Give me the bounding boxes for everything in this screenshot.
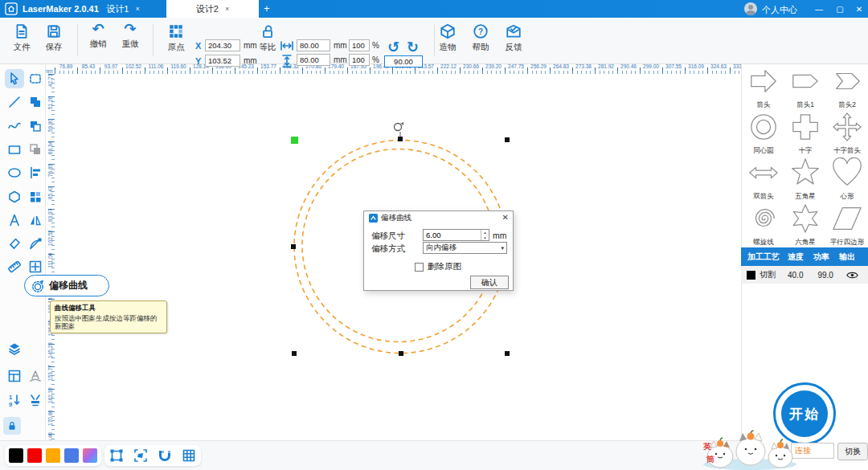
selection-handle-top-center[interactable] (398, 137, 403, 141)
selection-handle-bottom-center[interactable] (399, 351, 403, 356)
tool-curve[interactable] (5, 116, 24, 136)
tab-close-icon[interactable]: × (225, 5, 229, 13)
delete-original-checkbox[interactable] (415, 263, 424, 272)
tool-subtract[interactable] (26, 116, 45, 136)
tool-weld[interactable] (26, 390, 45, 410)
tool-polygon[interactable] (5, 187, 24, 206)
tool-align[interactable] (26, 163, 45, 182)
redo-button[interactable]: ↷ 重做 (113, 22, 148, 50)
process-color-swatch[interactable] (747, 271, 755, 280)
rotation-handle[interactable] (395, 123, 403, 131)
tab-close-icon[interactable]: × (135, 5, 139, 13)
shape-spiral[interactable]: 螺旋线 (743, 203, 784, 247)
tool-rectangle[interactable] (5, 140, 24, 159)
shape-cross[interactable]: 十字 (785, 112, 825, 156)
rotate-angle-input[interactable] (384, 55, 423, 67)
swatch-orange[interactable] (46, 448, 60, 463)
create-button[interactable]: 造物 (430, 23, 465, 53)
home-icon[interactable] (5, 2, 18, 18)
file-button[interactable]: 文件 (4, 23, 39, 53)
shape-arrow1[interactable]: 箭头1 (785, 66, 825, 110)
switch-device-button[interactable]: 切换 (837, 443, 868, 460)
selection-handle-mid-left[interactable] (291, 244, 296, 249)
shape-parallelogram[interactable]: 平行四边形 (827, 203, 867, 247)
tool-intersect[interactable] (26, 140, 45, 159)
tool-sort-order[interactable]: 19 (5, 390, 24, 410)
shape-cross-arrow[interactable]: 十字箭头 (827, 112, 867, 156)
height-input[interactable] (297, 54, 330, 66)
tool-ellipse[interactable] (5, 163, 24, 182)
help-button[interactable]: ? 帮助 (463, 23, 498, 53)
shape-star5[interactable]: 五角星 (785, 157, 825, 202)
rotate-cw-icon[interactable]: ↻ (407, 40, 419, 55)
offset-mode-select[interactable]: 向内偏移 ▾ (423, 242, 507, 254)
tool-union[interactable] (26, 92, 45, 112)
selection-handle-top-left[interactable] (291, 137, 298, 144)
origin-button[interactable]: 原点 (158, 23, 194, 53)
selection-handle-top-right[interactable] (505, 137, 510, 142)
y-input[interactable] (205, 55, 240, 67)
fit-selection-icon[interactable] (133, 448, 148, 463)
offset-curve-tool-flyout[interactable]: 偏移曲线 (24, 275, 109, 296)
undo-button[interactable]: ↶ 撤销 (80, 22, 116, 50)
close-button[interactable]: ✕ (850, 0, 868, 18)
offset-size-spinner[interactable]: ▴ ▾ (423, 229, 489, 241)
tool-eraser[interactable] (5, 234, 24, 253)
swatch-blue[interactable] (64, 448, 79, 463)
grid-icon[interactable] (182, 448, 196, 463)
swatch-gradient[interactable] (83, 448, 97, 463)
line-icon (7, 95, 22, 109)
height-pct-input[interactable] (349, 54, 370, 66)
dialog-titlebar[interactable]: 偏移曲线 ✕ (364, 211, 513, 225)
swatch-red[interactable] (27, 448, 42, 463)
shape-star6[interactable]: 六角星 (785, 203, 825, 247)
x-label: X (195, 41, 201, 51)
work-area-frame-icon[interactable] (109, 448, 124, 463)
offset-mode-label: 偏移方式 (371, 243, 405, 255)
tool-path-text[interactable] (26, 366, 45, 386)
canvas-lock-button[interactable] (3, 417, 21, 435)
shape-double-arrow[interactable]: 双箭头 (743, 157, 784, 202)
offset-size-input[interactable] (424, 231, 481, 239)
delete-original-option[interactable]: 删除原图 (415, 261, 461, 272)
magnet-icon[interactable] (158, 448, 172, 463)
tool-measure-tape[interactable] (5, 257, 24, 276)
tool-node-select[interactable] (26, 69, 45, 88)
selection-handle-bottom-left[interactable] (292, 351, 297, 356)
process-table-row[interactable]: 切割 40.0 99.0 (741, 266, 868, 284)
tool-text[interactable] (5, 210, 24, 230)
dialog-close-icon[interactable]: ✕ (502, 213, 509, 222)
new-tab-button[interactable]: + (264, 2, 270, 14)
tab-design1[interactable]: 设计1 × (80, 0, 166, 18)
tool-layers[interactable] (5, 339, 24, 358)
tool-frame-layout[interactable] (5, 366, 24, 386)
spin-down-icon[interactable]: ▾ (481, 235, 489, 241)
width-input[interactable] (297, 39, 330, 51)
shape-arrow[interactable]: 箭头 (743, 66, 784, 110)
shape-heart[interactable]: 心形 (827, 157, 867, 202)
rotate-ccw-icon[interactable]: ↺ (387, 40, 399, 55)
avatar[interactable] (744, 2, 757, 15)
user-center-label[interactable]: 个人中心 (762, 4, 797, 16)
spinner-arrows[interactable]: ▴ ▾ (481, 230, 489, 240)
tab-design2[interactable]: 设计2 × (166, 0, 259, 18)
tool-select[interactable] (5, 69, 24, 88)
eye-icon[interactable] (846, 271, 858, 280)
minimize-button[interactable]: — (810, 0, 828, 18)
confirm-button[interactable]: 确认 (470, 276, 509, 289)
tool-mirror[interactable] (26, 210, 45, 230)
maximize-button[interactable]: ▢ (831, 0, 849, 18)
x-input[interactable] (205, 39, 240, 51)
tool-angle-measure[interactable] (26, 234, 45, 253)
shape-arrow2[interactable]: 箭头2 (827, 66, 867, 110)
tool-array[interactable] (26, 187, 45, 206)
selection-handle-bottom-right[interactable] (505, 351, 510, 356)
mirror-icon (28, 213, 43, 227)
width-pct-input[interactable] (349, 39, 370, 51)
save-button[interactable]: 保存 (36, 23, 72, 53)
tool-line[interactable] (5, 92, 24, 112)
feedback-button[interactable]: 反馈 (496, 23, 531, 53)
swatch-black[interactable] (9, 448, 23, 463)
shape-concentric-circle[interactable]: 同心圆 (743, 112, 784, 156)
tool-window-array[interactable] (26, 257, 45, 276)
